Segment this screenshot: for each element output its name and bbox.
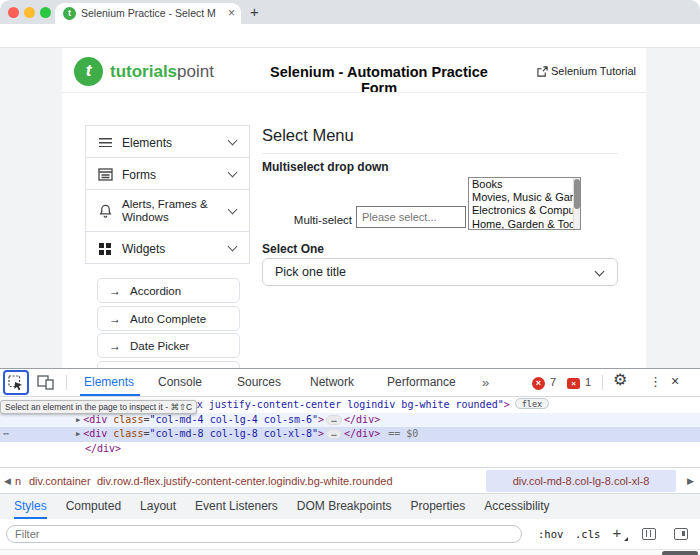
heading-divider — [262, 153, 618, 154]
error-count[interactable]: 7 — [550, 376, 556, 388]
arrow-right-icon: → — [109, 312, 121, 326]
inspect-element-button[interactable] — [3, 370, 29, 395]
multiselect-input[interactable] — [356, 206, 466, 228]
more-tabs-icon[interactable]: » — [482, 369, 489, 396]
window-minimize-button[interactable] — [24, 7, 35, 18]
window-zoom-button[interactable] — [40, 7, 51, 18]
sidebar-item-elements[interactable]: Elements — [85, 125, 250, 158]
dom-breadcrumbs: ◀ n div.container div.row.d-flex.justify… — [0, 467, 700, 493]
select-one-dropdown[interactable]: Pick one title — [262, 258, 618, 286]
settings-gear-icon[interactable]: ⚙ — [613, 370, 627, 389]
multiselect-listbox[interactable]: Books Movies, Music & Games Electronics … — [468, 177, 581, 230]
devtools-tab-network[interactable]: Network — [310, 369, 354, 396]
chevron-down-icon — [228, 136, 238, 146]
chevron-down-icon — [228, 242, 238, 252]
expand-arrow-icon[interactable]: ▶ — [76, 430, 80, 438]
multiselect-label: Multi-select — [288, 214, 352, 226]
arrow-right-icon: → — [109, 284, 121, 298]
sidebar-link-date-picker[interactable]: → Date Picker — [97, 333, 240, 358]
breadcrumb-item-selected[interactable]: div.col-md-8.col-lg-8.col-xl-8 — [486, 470, 676, 492]
expand-children-pill[interactable]: … — [326, 415, 342, 425]
select-one-value: Pick one title — [275, 265, 346, 279]
new-style-rule-button[interactable]: + — [609, 522, 625, 544]
devtools-tab-performance[interactable]: Performance — [387, 369, 456, 396]
horizontal-scrollbar-thumb[interactable] — [662, 551, 698, 555]
widgets-grid-icon — [99, 243, 111, 255]
chevron-down-icon — [228, 168, 238, 178]
listbox-option[interactable]: Movies, Music & Games — [469, 191, 580, 204]
flex-badge[interactable]: flex — [515, 398, 549, 409]
tab-event-listeners[interactable]: Event Listeners — [195, 494, 278, 519]
console-reference: == $0 — [388, 428, 418, 439]
computed-styles-icon[interactable] — [642, 528, 656, 540]
listbox-option[interactable]: Electronics & Computers — [469, 204, 580, 217]
multiselect-title: Multiselect drop down — [262, 160, 389, 174]
issue-count[interactable]: 1 — [585, 376, 591, 388]
tab-dom-breakpoints[interactable]: DOM Breakpoints — [297, 494, 392, 519]
tutorialspoint-logo[interactable]: t — [74, 57, 103, 86]
tab-favicon-icon: t — [63, 7, 76, 20]
brand-bold: tutorials — [110, 62, 177, 81]
device-toolbar-icon[interactable] — [37, 375, 54, 390]
selected-tab-underline — [80, 394, 140, 396]
section-heading: Select Menu — [262, 126, 354, 145]
toggle-class-button[interactable]: .cls — [575, 519, 600, 549]
console-errors-icon[interactable]: × — [532, 377, 545, 390]
devtools-tab-sources[interactable]: Sources — [237, 369, 281, 396]
form-icon — [98, 168, 113, 181]
browser-tab[interactable]: t Selenium Practice - Select M × — [55, 3, 241, 24]
tab-layout[interactable]: Layout — [140, 494, 176, 519]
scrollbar-thumb[interactable] — [574, 179, 580, 209]
tab-computed[interactable]: Computed — [66, 494, 121, 519]
expand-arrow-icon[interactable]: ▶ — [76, 416, 80, 424]
tab-accessibility[interactable]: Accessibility — [484, 494, 549, 519]
sidebar-item-widgets[interactable]: Widgets — [85, 231, 250, 264]
sidebar-link-accordion[interactable]: → Accordion — [97, 278, 240, 303]
selenium-tutorial-link[interactable]: Selenium Tutorial — [551, 65, 636, 77]
styles-panel-tabs: Styles Computed Layout Event Listeners D… — [0, 493, 700, 519]
sidebar-link-auto-complete[interactable]: → Auto Complete — [97, 306, 240, 331]
select-one-title: Select One — [262, 242, 324, 256]
devtools-toolbar: Elements Console Sources Network Perform… — [0, 369, 700, 397]
tab-styles[interactable]: Styles — [14, 494, 47, 519]
arrow-right-icon: → — [109, 339, 121, 353]
node-more-actions-icon[interactable]: ⋯ — [3, 427, 10, 442]
external-link-icon — [537, 66, 548, 77]
breadcrumb-item[interactable]: div.container — [29, 468, 91, 494]
tab-strip: t Selenium Practice - Select M × + — [0, 0, 700, 24]
styles-filter-input[interactable] — [6, 525, 522, 543]
page-viewport: t tutorialspoint Selenium - Automation P… — [0, 48, 700, 368]
sidebar-item-forms[interactable]: Forms — [85, 157, 250, 190]
window-close-button[interactable] — [8, 7, 19, 18]
chevron-down-icon — [228, 205, 238, 215]
devtools-close-icon[interactable]: × — [671, 373, 679, 389]
dom-node-row[interactable]: </div> — [0, 442, 700, 457]
listbox-scrollbar[interactable] — [573, 178, 580, 230]
breadcrumb-item[interactable]: div.row.d-flex.justify-content-center.lo… — [97, 468, 393, 494]
expand-children-pill[interactable]: … — [326, 429, 342, 439]
toolbar: ← → ↻ tutorialspoint.com/selenium/practi… — [0, 24, 700, 48]
devtools-menu-icon[interactable]: ⋮ — [649, 374, 662, 389]
toggle-hover-state-button[interactable]: :hov — [538, 519, 563, 549]
breadcrumb-scroll-right-icon[interactable]: ▶ — [687, 468, 694, 494]
dom-node-row[interactable]: ▶<divclass="col-md-4 col-lg-4 col-sm-6">… — [0, 413, 700, 428]
tab-close-icon[interactable]: × — [228, 6, 235, 20]
sidebar-link-slider[interactable]: → Slider — [97, 361, 240, 368]
breadcrumb-clipped[interactable]: n — [15, 468, 21, 494]
sidebar-item-alerts-frames-windows[interactable]: Alerts, Frames & Windows — [85, 189, 250, 232]
browser-window: t Selenium Practice - Select M × + ← → ↻… — [0, 0, 700, 555]
hamburger-icon — [99, 138, 112, 147]
dom-node-row-selected[interactable]: ⋯ ▶<divclass="col-md-8 col-lg-8 col-xl-8… — [0, 427, 700, 442]
issues-icon[interactable]: × — [567, 378, 580, 389]
brand-text[interactable]: tutorialspoint — [110, 62, 214, 82]
collapse-sidebar-icon[interactable] — [674, 528, 688, 540]
devtools-tab-elements[interactable]: Elements — [84, 369, 134, 396]
chevron-down-icon — [595, 267, 605, 277]
new-tab-button[interactable]: + — [250, 3, 259, 20]
listbox-option[interactable]: Books — [469, 178, 580, 191]
tab-properties[interactable]: Properties — [411, 494, 466, 519]
listbox-option[interactable]: Home, Garden & Tools — [469, 218, 580, 230]
breadcrumb-scroll-left-icon[interactable]: ◀ — [4, 468, 11, 494]
devtools-tab-console[interactable]: Console — [158, 369, 202, 396]
bottom-edge — [0, 549, 700, 555]
